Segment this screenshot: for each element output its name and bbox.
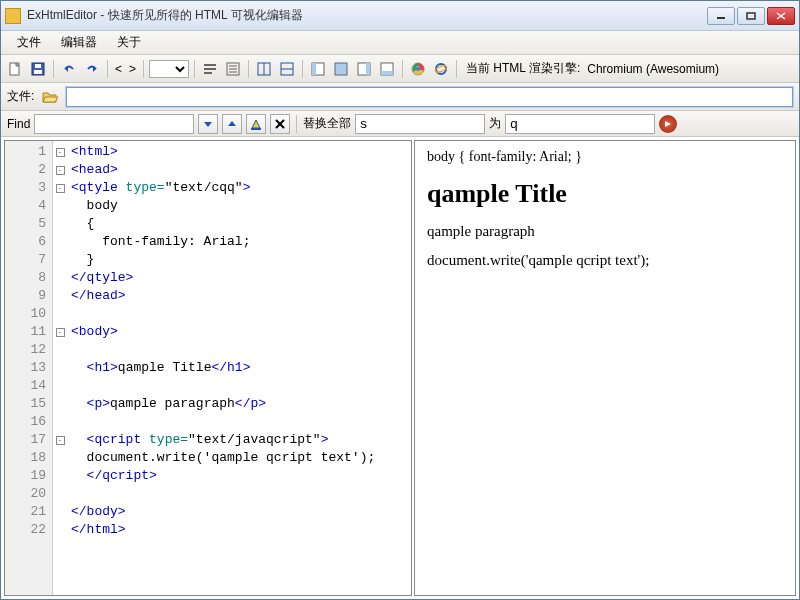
file-label: 文件:: [7, 88, 34, 105]
redo-icon[interactable]: [82, 59, 102, 79]
replace-go-button[interactable]: [659, 115, 677, 133]
svg-rect-10: [204, 64, 216, 66]
caret-left-icon[interactable]: <: [113, 62, 124, 76]
svg-rect-1: [747, 13, 755, 19]
find-label: Find: [7, 117, 30, 131]
app-icon: [5, 8, 21, 24]
find-input[interactable]: [34, 114, 194, 134]
find-prev-icon[interactable]: [222, 114, 242, 134]
svg-rect-6: [34, 70, 42, 74]
svg-rect-12: [204, 72, 212, 74]
highlight-icon[interactable]: [246, 114, 266, 134]
titlebar[interactable]: ExHtmlEditor - 快速所见所得的 HTML 可视化编辑器: [1, 1, 799, 31]
new-file-icon[interactable]: [5, 59, 25, 79]
split-horizontal-icon[interactable]: [254, 59, 274, 79]
svg-marker-36: [252, 120, 260, 128]
file-path-input[interactable]: [66, 87, 793, 107]
svg-rect-23: [335, 63, 347, 75]
maximize-button[interactable]: [737, 7, 765, 25]
app-window: ExHtmlEditor - 快速所见所得的 HTML 可视化编辑器 文件 编辑…: [0, 0, 800, 600]
format-icon-2[interactable]: [223, 59, 243, 79]
preview-css-text: body { font-family: Arial; }: [427, 149, 783, 165]
chrome-icon[interactable]: [408, 59, 428, 79]
svg-rect-7: [35, 64, 41, 68]
svg-rect-22: [312, 63, 316, 75]
find-next-icon[interactable]: [198, 114, 218, 134]
window-title: ExHtmlEditor - 快速所见所得的 HTML 可视化编辑器: [27, 7, 707, 24]
svg-rect-27: [381, 71, 393, 75]
view-icon-4[interactable]: [377, 59, 397, 79]
replace-from-input[interactable]: [355, 114, 485, 134]
view-icon-2[interactable]: [331, 59, 351, 79]
fold-toggle[interactable]: -: [56, 184, 65, 193]
caret-right-icon[interactable]: >: [127, 62, 138, 76]
clear-find-icon[interactable]: [270, 114, 290, 134]
replace-all-label: 替换全部: [303, 115, 351, 132]
format-icon-1[interactable]: [200, 59, 220, 79]
findbar: Find 替换全部 为: [1, 111, 799, 137]
svg-rect-25: [366, 63, 370, 75]
view-icon-1[interactable]: [308, 59, 328, 79]
filebar: 文件:: [1, 83, 799, 111]
preview-pane: body { font-family: Arial; } qample Titl…: [414, 140, 796, 596]
fold-toggle[interactable]: -: [56, 436, 65, 445]
toolbar: < > 当前 HTML 渲染引擎: Chromium (Awesomium): [1, 55, 799, 83]
svg-marker-34: [204, 122, 212, 127]
svg-marker-35: [228, 121, 236, 126]
minimize-button[interactable]: [707, 7, 735, 25]
svg-marker-33: [43, 97, 58, 102]
menu-file[interactable]: 文件: [7, 31, 51, 54]
fold-toggle[interactable]: -: [56, 148, 65, 157]
render-engine-value: Chromium (Awesomium): [583, 62, 719, 76]
preview-p: qample paragraph: [427, 223, 783, 240]
close-button[interactable]: [767, 7, 795, 25]
preview-script-text: document.write('qample qcript text');: [427, 252, 783, 269]
fold-toggle[interactable]: -: [56, 328, 65, 337]
svg-rect-11: [204, 68, 216, 70]
undo-icon[interactable]: [59, 59, 79, 79]
preview-h1: qample Title: [427, 179, 783, 209]
save-icon[interactable]: [28, 59, 48, 79]
view-icon-3[interactable]: [354, 59, 374, 79]
fold-toggle[interactable]: -: [56, 166, 65, 175]
menubar: 文件 编辑器 关于: [1, 31, 799, 55]
menu-about[interactable]: 关于: [107, 31, 151, 54]
split-vertical-icon[interactable]: [277, 59, 297, 79]
content-area: 12345678910111213141516171819202122 --- …: [1, 137, 799, 599]
fold-column[interactable]: --- - -: [53, 141, 67, 595]
open-file-icon[interactable]: [40, 87, 60, 107]
ie-icon[interactable]: [431, 59, 451, 79]
menu-editor[interactable]: 编辑器: [51, 31, 107, 54]
svg-marker-40: [665, 121, 671, 127]
render-engine-label: 当前 HTML 渲染引擎:: [462, 60, 580, 77]
toolbar-select[interactable]: [149, 60, 189, 78]
replace-to-label: 为: [489, 115, 501, 132]
replace-to-input[interactable]: [505, 114, 655, 134]
code-editor[interactable]: 12345678910111213141516171819202122 --- …: [4, 140, 412, 596]
line-numbers: 12345678910111213141516171819202122: [5, 141, 53, 595]
code-text[interactable]: <html><head><qtyle type="text/cqq"> body…: [67, 141, 411, 595]
